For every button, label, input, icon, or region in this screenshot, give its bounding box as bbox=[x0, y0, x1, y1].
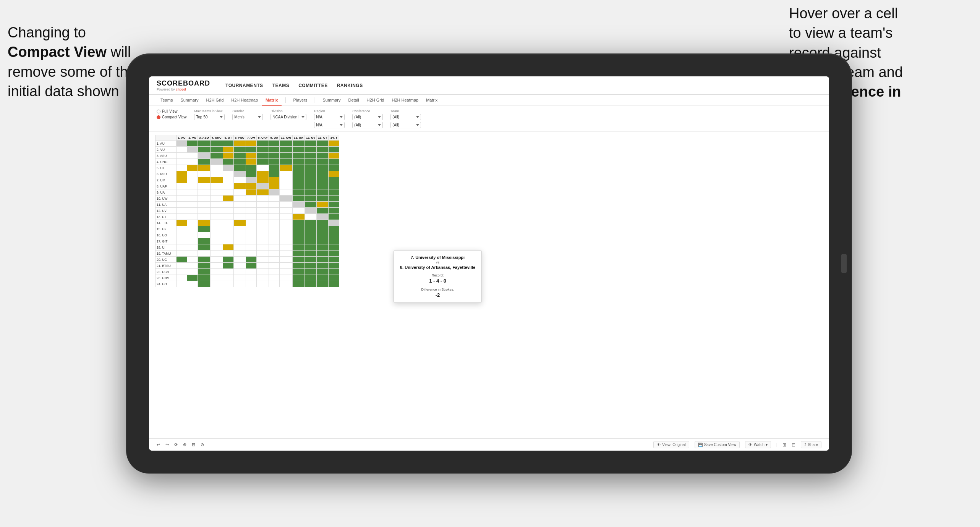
matrix-cell[interactable] bbox=[269, 263, 280, 269]
matrix-cell[interactable] bbox=[198, 177, 211, 183]
matrix-cell[interactable] bbox=[317, 251, 329, 257]
matrix-cell[interactable] bbox=[329, 189, 339, 196]
matrix-cell[interactable] bbox=[233, 165, 246, 171]
matrix-cell[interactable] bbox=[198, 183, 211, 189]
matrix-cell[interactable] bbox=[269, 238, 280, 244]
matrix-cell[interactable] bbox=[317, 189, 329, 196]
matrix-cell[interactable] bbox=[233, 208, 246, 214]
matrix-cell[interactable] bbox=[210, 159, 223, 165]
matrix-cell[interactable] bbox=[198, 281, 211, 287]
matrix-cell[interactable] bbox=[198, 244, 211, 251]
matrix-cell[interactable] bbox=[210, 226, 223, 232]
matrix-cell[interactable] bbox=[187, 244, 198, 251]
matrix-cell[interactable] bbox=[177, 232, 187, 238]
matrix-cell[interactable] bbox=[177, 244, 187, 251]
matrix-cell[interactable] bbox=[269, 171, 280, 177]
matrix-cell[interactable] bbox=[223, 165, 233, 171]
matrix-cell[interactable] bbox=[329, 281, 339, 287]
matrix-cell[interactable] bbox=[198, 196, 211, 202]
matrix-cell[interactable] bbox=[269, 153, 280, 159]
matrix-cell[interactable] bbox=[246, 153, 256, 159]
matrix-cell[interactable] bbox=[256, 177, 269, 183]
matrix-cell[interactable] bbox=[246, 189, 256, 196]
matrix-cell[interactable] bbox=[280, 281, 293, 287]
matrix-cell[interactable] bbox=[305, 159, 316, 165]
matrix-cell[interactable] bbox=[317, 141, 329, 147]
matrix-cell[interactable] bbox=[280, 202, 293, 208]
matrix-cell[interactable] bbox=[269, 281, 280, 287]
matrix-cell[interactable] bbox=[256, 263, 269, 269]
matrix-cell[interactable] bbox=[210, 238, 223, 244]
matrix-cell[interactable] bbox=[246, 238, 256, 244]
matrix-cell[interactable] bbox=[256, 244, 269, 251]
matrix-cell[interactable] bbox=[329, 141, 339, 147]
matrix-cell[interactable] bbox=[305, 281, 316, 287]
matrix-cell[interactable] bbox=[198, 165, 211, 171]
matrix-cell[interactable] bbox=[177, 165, 187, 171]
matrix-cell[interactable] bbox=[233, 220, 246, 226]
matrix-cell[interactable] bbox=[187, 226, 198, 232]
zoom-out-icon[interactable]: ⊟ bbox=[192, 442, 195, 447]
matrix-cell[interactable] bbox=[187, 269, 198, 275]
sub-nav-summary1[interactable]: Summary bbox=[177, 95, 202, 106]
matrix-cell[interactable] bbox=[210, 208, 223, 214]
matrix-cell[interactable] bbox=[269, 232, 280, 238]
matrix-cell[interactable] bbox=[305, 214, 316, 220]
matrix-cell[interactable] bbox=[329, 165, 339, 171]
matrix-cell[interactable] bbox=[293, 202, 305, 208]
matrix-cell[interactable] bbox=[246, 208, 256, 214]
matrix-cell[interactable] bbox=[256, 220, 269, 226]
matrix-cell[interactable] bbox=[256, 251, 269, 257]
matrix-cell[interactable] bbox=[305, 238, 316, 244]
matrix-cell[interactable] bbox=[246, 263, 256, 269]
matrix-cell[interactable] bbox=[329, 244, 339, 251]
matrix-cell[interactable] bbox=[280, 275, 293, 281]
matrix-cell[interactable] bbox=[329, 202, 339, 208]
matrix-cell[interactable] bbox=[223, 153, 233, 159]
matrix-cell[interactable] bbox=[269, 159, 280, 165]
matrix-cell[interactable] bbox=[177, 147, 187, 153]
matrix-cell[interactable] bbox=[256, 214, 269, 220]
matrix-cell[interactable] bbox=[223, 183, 233, 189]
matrix-cell[interactable] bbox=[280, 226, 293, 232]
matrix-cell[interactable] bbox=[280, 189, 293, 196]
matrix-cell[interactable] bbox=[233, 269, 246, 275]
matrix-cell[interactable] bbox=[293, 159, 305, 165]
matrix-cell[interactable] bbox=[223, 159, 233, 165]
matrix-cell[interactable] bbox=[246, 232, 256, 238]
matrix-cell[interactable] bbox=[329, 196, 339, 202]
matrix-cell[interactable] bbox=[198, 208, 211, 214]
matrix-cell[interactable] bbox=[305, 244, 316, 251]
matrix-cell[interactable] bbox=[223, 147, 233, 153]
matrix-cell[interactable] bbox=[187, 153, 198, 159]
matrix-cell[interactable] bbox=[223, 196, 233, 202]
matrix-cell[interactable] bbox=[256, 208, 269, 214]
matrix-cell[interactable] bbox=[177, 226, 187, 232]
matrix-cell[interactable] bbox=[246, 202, 256, 208]
matrix-cell[interactable] bbox=[187, 238, 198, 244]
matrix-cell[interactable] bbox=[177, 189, 187, 196]
matrix-cell[interactable] bbox=[177, 159, 187, 165]
matrix-cell[interactable] bbox=[233, 141, 246, 147]
matrix-cell[interactable] bbox=[305, 183, 316, 189]
matrix-cell[interactable] bbox=[198, 232, 211, 238]
matrix-cell[interactable] bbox=[246, 281, 256, 287]
matrix-cell[interactable] bbox=[329, 263, 339, 269]
matrix-cell[interactable] bbox=[317, 177, 329, 183]
matrix-cell[interactable] bbox=[233, 153, 246, 159]
matrix-cell[interactable] bbox=[317, 171, 329, 177]
matrix-cell[interactable] bbox=[269, 189, 280, 196]
matrix-cell[interactable] bbox=[317, 208, 329, 214]
matrix-cell[interactable] bbox=[187, 196, 198, 202]
sub-nav-matrix1[interactable]: Matrix bbox=[262, 95, 282, 106]
gender-select[interactable]: Men's bbox=[232, 114, 263, 120]
matrix-cell[interactable] bbox=[246, 141, 256, 147]
division-select[interactable]: NCAA Division I bbox=[271, 114, 306, 120]
undo-icon[interactable]: ↩ bbox=[157, 442, 160, 447]
sub-nav-players[interactable]: Players bbox=[290, 95, 311, 106]
matrix-cell[interactable] bbox=[329, 257, 339, 263]
matrix-cell[interactable] bbox=[256, 153, 269, 159]
matrix-cell[interactable] bbox=[305, 141, 316, 147]
matrix-cell[interactable] bbox=[317, 257, 329, 263]
region-select[interactable]: N/A bbox=[314, 114, 345, 120]
